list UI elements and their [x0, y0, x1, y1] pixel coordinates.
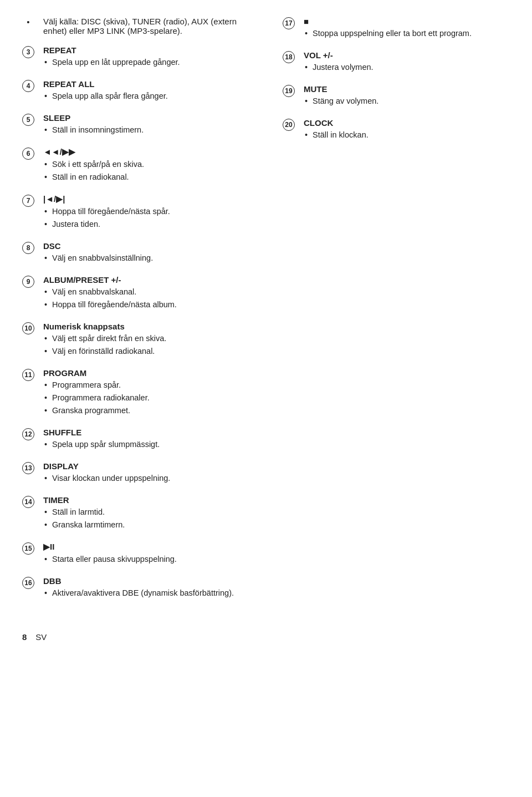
- item-number: 14: [22, 495, 43, 508]
- item-number: 7: [22, 194, 43, 207]
- list-item: 13DISPLAYVisar klockan under uppspelning…: [22, 461, 249, 485]
- item-content: ▶IIStarta eller pausa skivuppspelning.: [43, 542, 249, 566]
- list-item: 11PROGRAMProgrammera spår.Programmera ra…: [22, 368, 249, 418]
- item-content: DISPLAYVisar klockan under uppspelning.: [43, 461, 249, 485]
- item-number: 11: [22, 368, 43, 381]
- item-content: |◄/▶|Hoppa till föregående/nästa spår.Ju…: [43, 194, 249, 231]
- item-title: REPEAT: [43, 45, 249, 55]
- item-content: DBBAktivera/avaktivera DBE (dynamisk bas…: [43, 576, 249, 600]
- circle-number: 16: [22, 577, 34, 589]
- bullet-list: Ställ in insomningstimern.: [43, 124, 249, 136]
- list-item: 14TIMERStäll in larmtid.Granska larmtime…: [22, 495, 249, 532]
- item-title: |◄/▶|: [43, 194, 249, 204]
- bullet-list: Ställ in klockan.: [304, 129, 510, 141]
- list-item: Justera tiden.: [43, 219, 249, 230]
- item-content: Numerisk knappsatsVälj ett spår direkt f…: [43, 322, 249, 358]
- bullet-list: Välj en snabbvalskanal.Hoppa till föregå…: [43, 286, 249, 311]
- list-item: 10Numerisk knappsatsVälj ett spår direkt…: [22, 322, 249, 358]
- circle-number: 5: [22, 114, 34, 126]
- item-content: TIMERStäll in larmtid.Granska larmtimern…: [43, 495, 249, 532]
- bullet-list: Justera volymen.: [304, 62, 510, 73]
- item-number: 12: [22, 428, 43, 440]
- circle-number: 13: [22, 462, 34, 474]
- circle-number: 19: [283, 85, 295, 97]
- list-item: Ställ in klockan.: [304, 129, 510, 141]
- item-number: 5: [22, 113, 43, 126]
- item-title: DSC: [43, 241, 249, 251]
- item-number: 13: [22, 461, 43, 474]
- bullet-list: Spela upp alla spår flera gånger.: [43, 90, 249, 102]
- circle-number: 14: [22, 496, 34, 508]
- list-item: Ställ in insomningstimern.: [43, 124, 249, 136]
- item-number: 17: [283, 17, 304, 29]
- bullet-list: Välj en snabbvalsinställning.: [43, 252, 249, 264]
- circle-number: 12: [22, 428, 34, 440]
- circle-number: 11: [22, 369, 34, 381]
- circle-number: 17: [283, 17, 295, 29]
- circle-number: 4: [22, 80, 34, 92]
- list-item: Hoppa till föregående/nästa album.: [43, 299, 249, 311]
- item-title: DISPLAY: [43, 461, 249, 471]
- item-title: PROGRAM: [43, 368, 249, 378]
- item-content: SLEEPStäll in insomningstimern.: [43, 113, 249, 137]
- item-title: VOL +/-: [304, 50, 510, 60]
- circle-number: 8: [22, 242, 34, 254]
- list-item: Hoppa till föregående/nästa spår.: [43, 206, 249, 217]
- list-item: Spela upp en låt upprepade gånger.: [43, 57, 249, 68]
- item-title: ◄◄/▶▶: [43, 147, 249, 157]
- list-item: Aktivera/avaktivera DBE (dynamisk basför…: [43, 587, 249, 599]
- page-number: 8: [22, 632, 27, 642]
- right-column: 17■Stoppa uppspelning eller ta bort ett …: [266, 17, 510, 610]
- bullet-list: Ställ in larmtid.Granska larmtimern.: [43, 506, 249, 531]
- item-title: SHUFFLE: [43, 428, 249, 437]
- item-number: 8: [22, 241, 43, 254]
- item-title: ▶II: [43, 542, 249, 552]
- circle-number: 20: [283, 119, 295, 131]
- item-number: 18: [283, 50, 304, 63]
- bullet-list: Stäng av volymen.: [304, 95, 510, 107]
- list-item: 9ALBUM/PRESET +/-Välj en snabbvalskanal.…: [22, 275, 249, 312]
- list-item: 18VOL +/-Justera volymen.: [283, 50, 510, 74]
- list-item: 17■Stoppa uppspelning eller ta bort ett …: [283, 17, 510, 40]
- bullet-list: Hoppa till föregående/nästa spår.Justera…: [43, 206, 249, 230]
- circle-number: 7: [22, 195, 34, 207]
- list-item: Spela upp alla spår flera gånger.: [43, 90, 249, 102]
- bullet-list: Programmera spår.Programmera radiokanale…: [43, 379, 249, 417]
- item-content: ◄◄/▶▶Sök i ett spår/på en skiva.Ställ in…: [43, 147, 249, 184]
- list-item: Justera volymen.: [304, 62, 510, 73]
- bullet-list: Starta eller pausa skivuppspelning.: [43, 554, 249, 565]
- list-item: Välj en snabbvalsinställning.: [43, 252, 249, 264]
- bullet-list: Aktivera/avaktivera DBE (dynamisk basför…: [43, 587, 249, 599]
- list-item: Stoppa uppspelning eller ta bort ett pro…: [304, 28, 510, 39]
- item-title: ALBUM/PRESET +/-: [43, 275, 249, 285]
- list-item: Sök i ett spår/på en skiva.: [43, 159, 249, 170]
- circle-number: 10: [22, 322, 34, 334]
- list-item: Stäng av volymen.: [304, 95, 510, 107]
- item-title: TIMER: [43, 495, 249, 505]
- item-number: 15: [22, 542, 43, 555]
- item-content: REPEAT ALLSpela upp alla spår flera gång…: [43, 79, 249, 103]
- circle-number: 9: [22, 276, 34, 288]
- item-number: 19: [283, 84, 304, 97]
- item-number: 10: [22, 322, 43, 334]
- bullet-list: Visar klockan under uppspelning.: [43, 473, 249, 484]
- item-content: REPEATSpela upp en låt upprepade gånger.: [43, 45, 249, 69]
- item-title: MUTE: [304, 84, 510, 94]
- item-title: ■: [304, 17, 510, 26]
- item-content: DSCVälj en snabbvalsinställning.: [43, 241, 249, 265]
- list-item: Visar klockan under uppspelning.: [43, 473, 249, 484]
- item-number: 6: [22, 147, 43, 160]
- list-item: Granska programmet.: [43, 405, 249, 417]
- item-number: 4: [22, 79, 43, 92]
- item-title: REPEAT ALL: [43, 79, 249, 89]
- bullet-list: Stoppa uppspelning eller ta bort ett pro…: [304, 28, 510, 39]
- list-item: 6◄◄/▶▶Sök i ett spår/på en skiva.Ställ i…: [22, 147, 249, 184]
- bullet-list: Spela upp spår slumpmässigt.: [43, 439, 249, 450]
- item-number: 3: [22, 45, 43, 58]
- item-content: SHUFFLESpela upp spår slumpmässigt.: [43, 428, 249, 451]
- list-item: Ställ in en radiokanal.: [43, 171, 249, 183]
- list-item: 8DSCVälj en snabbvalsinställning.: [22, 241, 249, 265]
- item-content: PROGRAMProgrammera spår.Programmera radi…: [43, 368, 249, 418]
- bullet-list: Spela upp en låt upprepade gånger.: [43, 57, 249, 68]
- item-content: ■Stoppa uppspelning eller ta bort ett pr…: [304, 17, 510, 40]
